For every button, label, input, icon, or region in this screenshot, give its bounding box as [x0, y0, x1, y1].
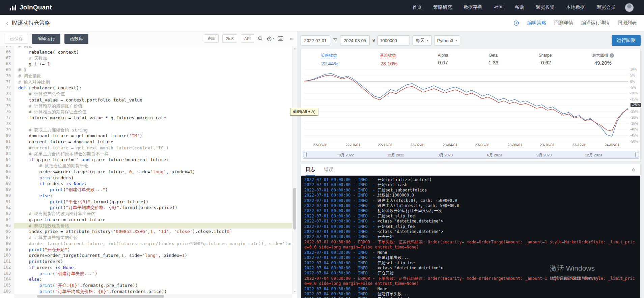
code-line-76[interactable]: 76 # 计算相应的期货保证金价值	[0, 109, 292, 115]
code-text: #current_future = get_next_month_future(…	[14, 145, 292, 151]
language-select[interactable]: Python3 ▾	[434, 35, 460, 46]
frequency-select[interactable]: 每天 ▾	[413, 35, 431, 46]
code-line-92[interactable]: 92 print("订单平均成交价格: {0}".format(orders.p…	[0, 205, 292, 211]
start-date-input[interactable]	[301, 35, 330, 46]
line-number: 87	[0, 175, 14, 181]
code-line-75[interactable]: 75 # 计算预期的股票账户价值	[0, 103, 292, 109]
end-date-input[interactable]	[340, 35, 370, 46]
code-line-80[interactable]: 80 dominant_future = get_dominant_future…	[0, 133, 292, 139]
code-line-70[interactable]: 70# 调仓函数	[0, 73, 292, 79]
topnav-item-4[interactable]: 帮助	[515, 4, 524, 10]
clone-button[interactable]: 克隆	[204, 34, 219, 43]
code-line-101[interactable]: 101 print(orders)	[0, 259, 292, 265]
topnav-item-0[interactable]: 首页	[412, 4, 422, 10]
code-line-99[interactable]: 99 print("开仓开始")	[0, 247, 292, 253]
code-line-95[interactable]: 95 # 获取指数现货价格	[0, 223, 292, 229]
collapse-log-icon[interactable]	[631, 168, 636, 172]
code-line-93[interactable]: 93 # 现有期货合约改为刚计算出来的	[0, 211, 292, 217]
code-line-67[interactable]: 67 # 天数加一	[0, 55, 292, 61]
vertical-scroll-thumb[interactable]	[293, 188, 296, 230]
code-line-96[interactable]: 96 index_price = attribute_history('0008…	[0, 229, 292, 235]
tab-edit-strategy[interactable]: 编辑策略	[527, 20, 546, 26]
language-value: Python3	[437, 38, 453, 43]
code-line-65[interactable]: 65# 调仓	[0, 46, 292, 49]
joinquant-logo[interactable]: JoinQuant	[10, 4, 52, 11]
keyboard-shortcuts-icon[interactable]	[278, 36, 283, 41]
navigator-left-handle[interactable]	[304, 152, 307, 157]
code-line-91[interactable]: 91 print("平仓:{0}".format(g.pre_future))	[0, 199, 292, 205]
compile-run-button[interactable]: 编译运行	[32, 34, 60, 44]
run-backtest-button[interactable]: 运行回测	[612, 35, 641, 46]
code-line-74[interactable]: 74 total_value = context.portfolio.total…	[0, 97, 292, 103]
metric-value: 49.20%	[592, 60, 614, 66]
search-icon[interactable]	[258, 36, 263, 41]
horizontal-scroll-thumb[interactable]	[37, 295, 164, 298]
editor-horizontal-scrollbar[interactable]	[14, 294, 292, 298]
settings-gear-icon[interactable]: ▾	[267, 36, 274, 41]
code-line-66[interactable]: 66 rebalance( context)	[0, 49, 292, 55]
expand-panel-icon[interactable]: »	[287, 36, 292, 42]
code-line-90[interactable]: 90 else:	[0, 193, 292, 199]
tab-compile-run-detail[interactable]: 编译运行详情	[581, 20, 610, 26]
help-icon[interactable]: ?	[610, 53, 614, 58]
code-line-83[interactable]: 83 # 如果主力合约和原本持仓的期货不一样	[0, 151, 292, 157]
topnav-item-6[interactable]: 本地数据	[566, 4, 585, 10]
code-text: dominant_future = get_dominant_future('I…	[14, 133, 292, 139]
navigator-right-handle[interactable]	[635, 152, 638, 157]
code-line-94[interactable]: 94 g.pre_future = current_future	[0, 217, 292, 223]
topnav-item-7[interactable]: 聚宽会员	[596, 4, 615, 10]
code-line-72[interactable]: 72def rebalance( context):	[0, 85, 292, 91]
code-editor[interactable]: 65# 调仓66 rebalance( context)67 # 天数加一68 …	[0, 46, 297, 298]
code-line-105[interactable]: 105 print("开仓:{0}".format(g.pre_future))	[0, 282, 292, 289]
function-library-button[interactable]: 函数库	[64, 34, 88, 44]
log-line: 2022-07-04 09:00:00 - INFO - 开始set_slip_…	[304, 261, 637, 266]
tab-error[interactable]: 错误	[324, 164, 333, 176]
tab-backtest-detail[interactable]: 回测详情	[554, 20, 573, 26]
code-line-85[interactable]: 85 # 就把仓位里的期货平仓	[0, 163, 292, 169]
code-line-88[interactable]: 88 if orders is None:	[0, 181, 292, 187]
code-line-71[interactable]: 71# 输入对冲比例	[0, 79, 292, 85]
code-line-106[interactable]: 106 print("订单平均成交价格: {0}".format(orders.…	[0, 289, 292, 294]
code-line-68[interactable]: 68 g.t += 1	[0, 61, 292, 67]
code-line-89[interactable]: 89 print("创建订单失败...")	[0, 187, 292, 193]
code-line-78[interactable]: 78	[0, 121, 292, 127]
user-avatar[interactable]	[625, 3, 634, 12]
code-line-87[interactable]: 87 print(orders)	[0, 175, 292, 181]
code-line-97[interactable]: 97 # 计算并调整需要的仓位	[0, 235, 292, 241]
code-line-98[interactable]: 98 #order_target(current_future, int(fut…	[0, 241, 292, 247]
navigator-label: 9月 2023	[536, 153, 552, 158]
saved-button[interactable]: 已保存	[5, 34, 28, 44]
tab-log[interactable]: 日志	[306, 164, 315, 176]
code-line-77[interactable]: 77 futures_margin = total_value * g.futu…	[0, 115, 292, 121]
topnav-item-2[interactable]: 数据字典	[464, 4, 482, 10]
code-line-81[interactable]: 81 current_future = dominant_future	[0, 139, 292, 145]
log-console[interactable]: 2022-07-01 00:00:00 - INFO - 开始initializ…	[301, 176, 640, 298]
scroll-down-arrow-icon[interactable]: ▼	[292, 290, 297, 293]
topnav-item-1[interactable]: 策略研究	[433, 4, 452, 10]
y-axis-label: -40%	[630, 127, 638, 131]
run-timer-icon[interactable]	[513, 20, 519, 26]
code-line-79[interactable]: 79 # 获取主力连续合约 string	[0, 127, 292, 133]
scroll-up-arrow-icon[interactable]: ▲	[292, 47, 297, 50]
code-line-73[interactable]: 73 # 计算资产总价值	[0, 91, 292, 97]
code-line-82[interactable]: 82 #current_future = get_next_month_futu…	[0, 145, 292, 151]
topnav-item-3[interactable]: 社区	[494, 4, 503, 10]
log-line: 2022-07-01 09:00:00 - INFO - <class 'dat…	[304, 229, 637, 234]
code-line-69[interactable]: 69# 8	[0, 67, 292, 73]
back-chevron-icon[interactable]: ‹	[6, 20, 8, 26]
api-button[interactable]: API	[241, 34, 254, 43]
2to3-button[interactable]: 2to3	[222, 34, 237, 43]
editor-vertical-scrollbar[interactable]: ▲ ▼	[292, 46, 297, 294]
code-line-84[interactable]: 84 if g.pre_future!='' and g.pre_future!…	[0, 157, 292, 163]
code-line-86[interactable]: 86 orders=order_target(g.pre_future, 0, …	[0, 169, 292, 175]
code-line-102[interactable]: 102 if orders is None:	[0, 265, 292, 271]
capital-input[interactable]	[377, 35, 410, 46]
code-line-103[interactable]: 103 print("创建订单失败...")	[0, 271, 292, 277]
code-line-100[interactable]: 100 orders=order_target(current_future,1…	[0, 252, 292, 259]
code-lines[interactable]: 65# 调仓66 rebalance( context)67 # 天数加一68 …	[0, 46, 292, 294]
tab-backtest-list[interactable]: 回测列表	[618, 20, 637, 26]
performance-chart[interactable]	[304, 69, 628, 141]
topnav-item-5[interactable]: 聚宽投资	[536, 4, 555, 10]
range-navigator[interactable]: 9月 202212月 20223月 20236月 20239月 202312月 …	[303, 151, 639, 159]
code-line-104[interactable]: 104 else:	[0, 276, 292, 282]
